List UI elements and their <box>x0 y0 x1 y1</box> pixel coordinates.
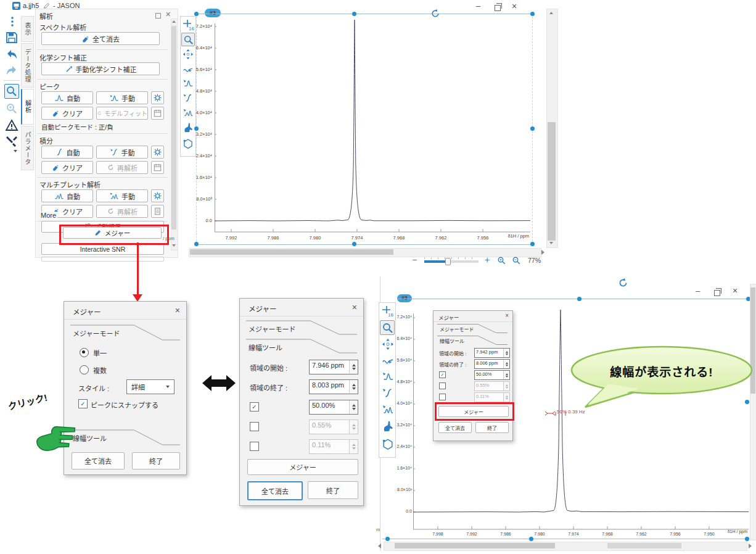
selection-bottom-edge[interactable] <box>382 539 749 539</box>
h-scrollbar-thumb[interactable] <box>190 249 393 255</box>
snap-checkbox[interactable]: ✓ <box>78 399 88 408</box>
region-start-field[interactable]: 7.946 ppm <box>309 360 358 374</box>
pct011-checkbox[interactable] <box>250 442 259 451</box>
h-scrollbar-thumb[interactable] <box>395 543 555 548</box>
section-linewidth-tool[interactable]: 線幅ツール <box>246 338 357 354</box>
measure-button[interactable]: メジャー <box>247 459 358 475</box>
scroll-up-icon[interactable] <box>549 12 553 14</box>
selection-handle[interactable] <box>385 537 390 541</box>
spinner-arrows[interactable] <box>349 400 358 414</box>
v-scrollbar-thumb[interactable] <box>548 122 556 241</box>
pct011-field[interactable]: 0.11% <box>474 392 510 402</box>
scroll-right-icon[interactable] <box>749 544 752 548</box>
multiplet-report-button[interactable] <box>151 205 164 218</box>
integral-auto-button[interactable]: 自動 <box>41 146 93 159</box>
multiplet-settings-button[interactable] <box>151 189 164 202</box>
radio-multiple[interactable] <box>80 365 89 374</box>
exit-button[interactable]: 終了 <box>132 452 180 469</box>
tools-dropdown-icon[interactable] <box>14 150 17 152</box>
h-scrollbar-thumb-2[interactable] <box>607 543 681 548</box>
integral-settings-button[interactable] <box>151 146 164 159</box>
clear-all-button[interactable]: 全て消去 <box>247 481 303 500</box>
pct50-checkbox[interactable]: ✓ <box>250 402 259 411</box>
selection-handle[interactable] <box>530 242 535 246</box>
spinner-arrows[interactable] <box>349 380 358 394</box>
zoom-slider-track[interactable] <box>424 260 479 263</box>
manual-shift-button[interactable]: 手動化学シフト補正 <box>41 62 160 75</box>
clipped-more-button[interactable] <box>41 257 164 262</box>
peak-clear-button[interactable]: クリア <box>41 107 93 120</box>
restore-button[interactable] <box>495 5 501 11</box>
redo-icon[interactable] <box>5 64 18 78</box>
pct055-checkbox[interactable] <box>250 422 259 431</box>
pct011-checkbox[interactable] <box>439 394 446 400</box>
peak-manual-button[interactable]: 手動 <box>96 91 148 104</box>
dialog-close-icon[interactable]: × <box>352 302 357 312</box>
pct50-field[interactable]: 50.00% <box>474 370 510 380</box>
selection-top-edge[interactable] <box>196 14 533 14</box>
selection-handle[interactable] <box>745 537 749 541</box>
zoom-out-minus[interactable]: − <box>412 255 417 265</box>
pct055-checkbox[interactable] <box>439 382 446 389</box>
menu-dots-icon[interactable] <box>7 16 17 27</box>
scroll-down-icon[interactable] <box>549 242 553 244</box>
peak-settings-button[interactable] <box>151 91 164 104</box>
selection-top-edge[interactable] <box>397 299 749 299</box>
dialog-close-icon[interactable]: × <box>505 312 509 319</box>
sidebar-tab-analysis[interactable]: 解析 <box>21 89 34 125</box>
integral-reanalyze-button[interactable]: 再解析 <box>96 161 148 174</box>
region-start-field[interactable]: 7.942 ppm <box>474 348 510 358</box>
integral-clear-button[interactable]: クリア <box>41 161 93 174</box>
selection-bottom-edge[interactable] <box>196 244 533 245</box>
peak-auto-button[interactable]: 自動 <box>41 91 93 104</box>
multiplet-manual-button[interactable]: 手動 <box>96 189 148 202</box>
selection-handle[interactable] <box>529 537 533 541</box>
warning-icon[interactable] <box>5 118 18 132</box>
panel-undock-icon[interactable] <box>155 13 161 19</box>
panel-scrollbar-thumb[interactable] <box>171 26 176 229</box>
sidebar-tab-display[interactable]: 表示 <box>21 16 34 42</box>
panel-scroll-up-icon[interactable] <box>172 20 176 23</box>
selection-handle[interactable] <box>530 126 535 131</box>
close-button[interactable]: × <box>733 286 738 296</box>
zoom-in-icon[interactable] <box>497 256 506 265</box>
scroll-left-icon[interactable] <box>378 544 381 548</box>
multiplet-reanalyze-button[interactable]: 再解析 <box>96 205 148 218</box>
search-secondary-icon[interactable] <box>6 102 18 115</box>
save-icon[interactable] <box>5 31 18 44</box>
tools-icon[interactable] <box>5 134 18 148</box>
sidebar-tab-data-processing[interactable]: データ処理 <box>21 43 34 88</box>
region-end-field[interactable]: 8.003 ppm <box>309 379 358 394</box>
restore-button[interactable] <box>714 290 720 296</box>
style-dropdown[interactable]: 詳細 <box>126 379 175 394</box>
exit-button[interactable]: 終了 <box>475 422 509 433</box>
spinner-arrows[interactable] <box>349 360 358 374</box>
minimize-button[interactable]: – <box>476 1 480 10</box>
close-button[interactable]: × <box>512 1 517 11</box>
rotate-icon[interactable] <box>618 278 628 288</box>
panel-close-icon[interactable]: ✕ <box>165 10 171 19</box>
spectrum-plot[interactable] <box>215 15 530 234</box>
selection-handle[interactable] <box>530 12 535 16</box>
exit-button[interactable]: 終了 <box>308 481 358 499</box>
zoom-out-icon[interactable] <box>512 256 521 265</box>
spinner-arrows[interactable] <box>503 371 509 379</box>
panel-scroll-down-icon[interactable] <box>172 244 176 247</box>
pct055-field[interactable]: 0.55% <box>474 381 510 391</box>
minimize-button[interactable]: – <box>696 286 700 296</box>
radio-single[interactable] <box>80 348 89 357</box>
pct50-checkbox[interactable]: ✓ <box>439 371 446 378</box>
pct011-field[interactable]: 0.11% <box>309 439 358 454</box>
selection-handle[interactable] <box>352 242 356 246</box>
sidebar-tab-parameters[interactable]: パラメータ <box>21 126 34 170</box>
peak-table-button[interactable] <box>151 107 164 120</box>
clear-all-button[interactable]: 全て消去 <box>72 452 125 469</box>
region-end-field[interactable]: 8.006 ppm <box>474 359 510 369</box>
zoom-in-plus[interactable]: + <box>485 255 490 265</box>
undo-icon[interactable] <box>5 48 18 62</box>
clear-all-button[interactable]: 全て消去 <box>438 422 472 433</box>
multiplet-auto-button[interactable]: 自動 <box>41 189 93 202</box>
spinner-arrows[interactable] <box>503 349 509 357</box>
search-tool-active[interactable] <box>4 84 19 99</box>
selection-handle[interactable] <box>577 297 581 301</box>
